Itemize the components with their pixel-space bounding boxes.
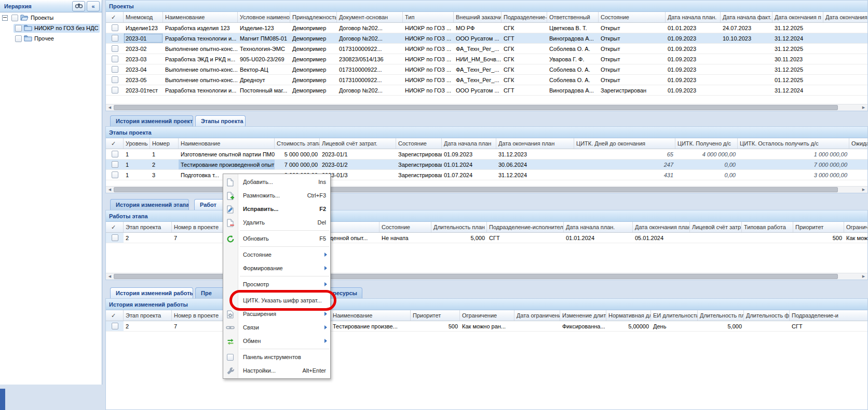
column-header[interactable]: Ответственный: [547, 12, 599, 22]
row-checkbox[interactable]: [112, 323, 118, 329]
column-header[interactable]: Состояние: [396, 138, 442, 149]
column-header[interactable]: Мнемокод: [124, 12, 163, 22]
table-row[interactable]: 12Тестирование произведенной опыт7 000 0…: [106, 160, 868, 170]
tree-checkbox[interactable]: [15, 35, 22, 42]
column-header[interactable]: Наименование: [163, 12, 238, 22]
scroll-left-icon[interactable]: ◀: [106, 187, 114, 193]
scroll-left-icon[interactable]: ◀: [106, 273, 114, 280]
column-header[interactable]: ЦИТК. Получено д/с: [675, 138, 738, 149]
column-header[interactable]: Дата начала план: [442, 138, 496, 149]
column-header[interactable]: Этап проекта: [124, 222, 172, 232]
table-row[interactable]: 27Тестирование произве...500Как можно ра…: [106, 321, 868, 332]
tab[interactable]: Этапы проекта: [195, 115, 246, 126]
table-row[interactable]: 11Изготовление опытной партии ПМ0...5 00…: [106, 149, 868, 160]
table-row[interactable]: 2023-04Выполнение опытно-конс...Вектор-А…: [106, 64, 868, 75]
works-h-scrollbar[interactable]: ◀ ▶: [106, 273, 867, 280]
table-row[interactable]: 2023-05Выполнение опытно-конс...Дредноут…: [106, 75, 868, 85]
table-row[interactable]: Изделие123Разработка изделия 123Изделие-…: [106, 23, 868, 33]
tree-node[interactable]: Проекты: [0, 12, 102, 23]
menu-checkbox[interactable]: [227, 354, 234, 361]
tab[interactable]: История изменений работы: [110, 287, 193, 298]
collapse-panel-button[interactable]: «: [87, 1, 100, 11]
column-header[interactable]: Документ-основан: [337, 12, 403, 22]
row-checkbox[interactable]: [112, 35, 118, 42]
menu-item[interactable]: Добавить...Ins: [223, 175, 330, 189]
row-checkbox[interactable]: [112, 87, 118, 94]
column-header[interactable]: Длительность фак: [744, 310, 790, 321]
table-row[interactable]: 2023-02Выполнение опытно-конс...Технолог…: [106, 44, 868, 54]
column-header[interactable]: Дата начала факт.: [721, 12, 772, 22]
column-header[interactable]: Подразделение-от: [501, 12, 547, 22]
column-header[interactable]: Дата начала план.: [564, 222, 633, 232]
column-header[interactable]: Дата окончания план: [496, 138, 574, 149]
column-header[interactable]: Длительность пла: [698, 310, 744, 321]
column-header[interactable]: Номер в проекте: [172, 310, 224, 321]
menu-item[interactable]: Расширения: [223, 307, 330, 321]
column-header[interactable]: Ограничение: [460, 310, 514, 321]
column-header[interactable]: Этап проекта: [124, 310, 172, 321]
row-checkbox[interactable]: [112, 171, 118, 178]
column-header[interactable]: ЦИТК. Дней до окончания: [574, 138, 675, 149]
tree-collapse-icon[interactable]: [2, 15, 8, 21]
column-header[interactable]: Подразделение-исполнитель..: [487, 222, 564, 232]
stages-h-scrollbar[interactable]: ◀ ▶: [106, 186, 867, 193]
column-header[interactable]: Дата окончания: [823, 12, 868, 22]
column-header[interactable]: Состояние: [379, 222, 431, 232]
tree-checkbox[interactable]: [15, 25, 22, 32]
projects-h-scrollbar[interactable]: ◀ ▶: [106, 104, 867, 111]
menu-item[interactable]: Просмотр: [223, 277, 330, 291]
tab[interactable]: ресурсы: [327, 287, 362, 298]
select-column-header[interactable]: ✓: [106, 138, 124, 149]
scroll-right-icon[interactable]: ▶: [860, 104, 867, 111]
menu-item[interactable]: Настройки...Alt+Enter: [223, 364, 330, 377]
menu-item[interactable]: ЦИТК. Указать шифр затрат...: [223, 294, 330, 307]
column-header[interactable]: Типовая работа: [742, 222, 793, 232]
scroll-right-icon[interactable]: ▶: [860, 187, 867, 193]
menu-item[interactable]: Формирование: [223, 261, 330, 275]
column-header[interactable]: Лицевой счёт затр: [690, 222, 742, 232]
table-row[interactable]: 13Подготовка т...3 000 000,002023-01/3За…: [106, 170, 868, 180]
row-checkbox[interactable]: [112, 76, 118, 83]
menu-item[interactable]: Размножить...Ctrl+F3: [223, 189, 330, 202]
tree-node[interactable]: Прочее: [0, 33, 102, 44]
column-header[interactable]: Дата начала план.: [666, 12, 721, 22]
menu-item[interactable]: Состояние: [223, 248, 330, 261]
tab[interactable]: История изменений проекта: [110, 115, 193, 126]
column-header[interactable]: Ожидаемы: [849, 138, 868, 149]
column-header[interactable]: Дата окончания п: [772, 12, 823, 22]
tree-node[interactable]: НИОКР по ГОЗ без НДС: [0, 23, 102, 33]
row-checkbox[interactable]: [112, 66, 118, 73]
select-column-header[interactable]: ✓: [106, 12, 124, 22]
column-header[interactable]: Номер: [150, 138, 179, 149]
menu-item[interactable]: Исправить...F2: [223, 202, 330, 216]
column-header[interactable]: Дата окончания план: [633, 222, 690, 232]
row-checkbox[interactable]: [112, 45, 118, 52]
column-header[interactable]: ЕИ длительности: [651, 310, 698, 321]
search-binoculars-button[interactable]: [72, 1, 85, 11]
row-checkbox[interactable]: [112, 24, 118, 31]
column-header[interactable]: Тип: [403, 12, 454, 22]
select-column-header[interactable]: ✓: [106, 222, 124, 232]
scroll-right-icon[interactable]: ▶: [860, 273, 867, 280]
table-row[interactable]: 2023-01Разработка технологии и...Магнит …: [106, 33, 868, 44]
row-checkbox[interactable]: [112, 234, 118, 241]
table-row[interactable]: 2023-01тестРазработка технологии и...Пос…: [106, 85, 868, 96]
column-header[interactable]: Изменение длител: [560, 310, 606, 321]
column-header[interactable]: Длительность план▼: [431, 222, 487, 232]
menu-item[interactable]: Панель инструментов: [223, 350, 330, 364]
column-header[interactable]: Наименование: [331, 310, 411, 321]
tree-checkbox[interactable]: [11, 15, 18, 21]
column-header[interactable]: Подразделение-и: [790, 310, 868, 321]
column-header[interactable]: Дата ограничения: [514, 310, 560, 321]
column-header[interactable]: Состояние: [599, 12, 666, 22]
column-header[interactable]: Внешний заказчик: [454, 12, 501, 22]
select-column-header[interactable]: ✓: [106, 310, 124, 321]
tab[interactable]: История изменений этапа: [110, 199, 189, 210]
collapsed-panel-strip[interactable]: [0, 389, 5, 410]
column-header[interactable]: Лицевой счёт затрат.: [320, 138, 396, 149]
menu-item[interactable]: УдалитьDel: [223, 216, 330, 229]
table-row[interactable]: 2023-03Разработка ЭКД и РКД н...905-U020…: [106, 54, 868, 64]
menu-item[interactable]: ОбновитьF5: [223, 232, 330, 245]
column-header[interactable]: Приоритет: [793, 222, 844, 232]
column-header[interactable]: ЦИТК. Осталось получить д/с: [738, 138, 849, 149]
